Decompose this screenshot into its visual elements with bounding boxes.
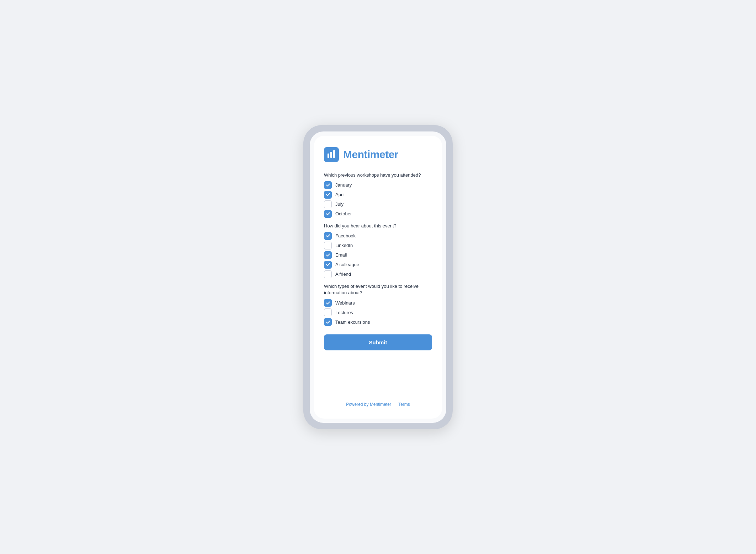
checkbox-item-webinars[interactable]: Webinars: [324, 299, 432, 307]
checkbox-colleague[interactable]: [324, 261, 332, 269]
checkbox-item-friend[interactable]: A friend: [324, 270, 432, 278]
svg-rect-1: [330, 152, 332, 158]
checkbox-item-linkedin[interactable]: LinkedIn: [324, 242, 432, 249]
checkbox-label-july: July: [335, 201, 344, 207]
checkbox-label-facebook: Facebook: [335, 233, 356, 238]
checkbox-friend[interactable]: [324, 270, 332, 278]
checkbox-facebook[interactable]: [324, 232, 332, 240]
checkbox-july[interactable]: [324, 200, 332, 208]
checkbox-item-january[interactable]: January: [324, 181, 432, 189]
checkbox-april[interactable]: [324, 191, 332, 199]
checkbox-label-friend: A friend: [335, 271, 351, 277]
checkbox-item-facebook[interactable]: Facebook: [324, 232, 432, 240]
checkbox-team_excursions[interactable]: [324, 318, 332, 326]
checkbox-october[interactable]: [324, 210, 332, 218]
logo-icon: [324, 147, 339, 162]
form-section-workshops: Which previous workshops have you attend…: [324, 172, 432, 218]
brand-name: Mentimeter: [343, 149, 398, 161]
checkbox-item-team_excursions[interactable]: Team excursions: [324, 318, 432, 326]
checkbox-webinars[interactable]: [324, 299, 332, 307]
form-body: Which previous workshops have you attend…: [324, 172, 432, 331]
checkbox-email[interactable]: [324, 251, 332, 259]
phone-screen: Mentimeter Which previous workshops have…: [310, 131, 446, 423]
checkbox-label-october: October: [335, 211, 352, 216]
checkbox-linkedin[interactable]: [324, 242, 332, 249]
footer-separator: [394, 402, 395, 407]
svg-rect-0: [328, 154, 329, 158]
checkbox-label-team_excursions: Team excursions: [335, 319, 370, 325]
checkbox-label-webinars: Webinars: [335, 300, 355, 306]
section-label-workshops: Which previous workshops have you attend…: [324, 172, 432, 178]
checkbox-item-april[interactable]: April: [324, 191, 432, 199]
form-section-hear: How did you hear about this event?Facebo…: [324, 223, 432, 278]
svg-rect-2: [333, 150, 335, 158]
checkbox-label-colleague: A colleague: [335, 262, 359, 267]
checkbox-item-email[interactable]: Email: [324, 251, 432, 259]
checkbox-item-lectures[interactable]: Lectures: [324, 308, 432, 316]
footer: Powered by Mentimeter Terms: [324, 395, 432, 409]
checkbox-item-july[interactable]: July: [324, 200, 432, 208]
section-label-event_types: Which types of event would you like to r…: [324, 283, 432, 296]
section-label-hear: How did you hear about this event?: [324, 223, 432, 229]
checkbox-item-october[interactable]: October: [324, 210, 432, 218]
checkbox-label-april: April: [335, 192, 345, 197]
powered-by-link[interactable]: Powered by Mentimeter: [346, 402, 391, 407]
checkbox-label-email: Email: [335, 252, 347, 258]
checkbox-label-linkedin: LinkedIn: [335, 243, 353, 248]
submit-button[interactable]: Submit: [324, 334, 432, 350]
checkbox-label-lectures: Lectures: [335, 310, 353, 315]
terms-link[interactable]: Terms: [398, 402, 410, 407]
phone-frame: Mentimeter Which previous workshops have…: [303, 125, 453, 429]
screen-content: Mentimeter Which previous workshops have…: [314, 136, 442, 419]
checkbox-label-january: January: [335, 182, 352, 188]
checkbox-january[interactable]: [324, 181, 332, 189]
form-section-event_types: Which types of event would you like to r…: [324, 283, 432, 326]
logo-area: Mentimeter: [324, 147, 432, 162]
checkbox-lectures[interactable]: [324, 308, 332, 316]
checkbox-item-colleague[interactable]: A colleague: [324, 261, 432, 269]
